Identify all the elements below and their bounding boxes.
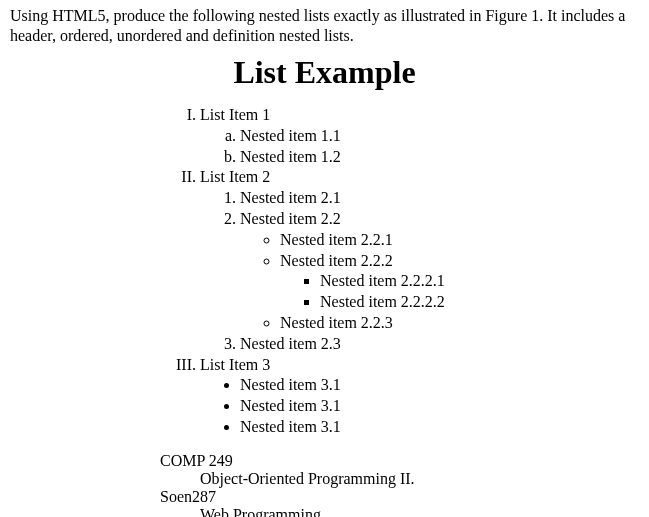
definition-list: COMP 249 Object-Oriented Programming II.… [160, 452, 639, 517]
list-item: List Item 2 Nested item 2.1 Nested item … [200, 167, 639, 354]
list-item: Nested item 2.2 Nested item 2.2.1 Nested… [240, 209, 639, 334]
ordered-list-decimal: Nested item 2.1 Nested item 2.2 Nested i… [200, 188, 639, 354]
unordered-list-disc: Nested item 3.1 Nested item 3.1 Nested i… [200, 375, 639, 437]
unordered-list-circle: Nested item 2.2.1 Nested item 2.2.2 Nest… [240, 230, 639, 334]
ordered-list-alpha: Nested item 1.1 Nested item 1.2 [200, 126, 639, 168]
list-item: Nested item 3.1 [240, 396, 639, 417]
list-item: Nested item 2.2.2 Nested item 2.2.2.1 Ne… [280, 251, 639, 313]
list-item: Nested item 2.3 [240, 334, 639, 355]
definition-term: COMP 249 [160, 452, 639, 470]
list-item-label: Nested item 2.2.2 [280, 252, 393, 269]
ordered-list-roman: List Item 1 Nested item 1.1 Nested item … [160, 105, 639, 438]
unordered-list-square: Nested item 2.2.2.1 Nested item 2.2.2.2 [280, 271, 639, 313]
list-item-label: List Item 3 [200, 356, 270, 373]
list-item: Nested item 3.1 [240, 417, 639, 438]
list-item: List Item 3 Nested item 3.1 Nested item … [200, 355, 639, 438]
list-item: Nested item 1.2 [240, 147, 639, 168]
definition-description: Web Programming. [200, 506, 639, 517]
list-item-label: List Item 1 [200, 106, 270, 123]
list-item: Nested item 2.2.2.1 [320, 271, 639, 292]
list-item: Nested item 2.2.3 [280, 313, 639, 334]
definition-description: Object-Oriented Programming II. [200, 470, 639, 488]
list-item: Nested item 2.2.1 [280, 230, 639, 251]
list-item: Nested item 2.2.2.2 [320, 292, 639, 313]
list-item-label: List Item 2 [200, 168, 270, 185]
list-item: List Item 1 Nested item 1.1 Nested item … [200, 105, 639, 167]
list-item: Nested item 3.1 [240, 375, 639, 396]
list-item-label: Nested item 2.2 [240, 210, 341, 227]
list-item: Nested item 2.1 [240, 188, 639, 209]
definition-term: Soen287 [160, 488, 639, 506]
page-title: List Example [10, 54, 639, 91]
instruction-text: Using HTML5, produce the following neste… [10, 6, 639, 46]
figure-area: List Item 1 Nested item 1.1 Nested item … [160, 105, 639, 517]
list-item: Nested item 1.1 [240, 126, 639, 147]
